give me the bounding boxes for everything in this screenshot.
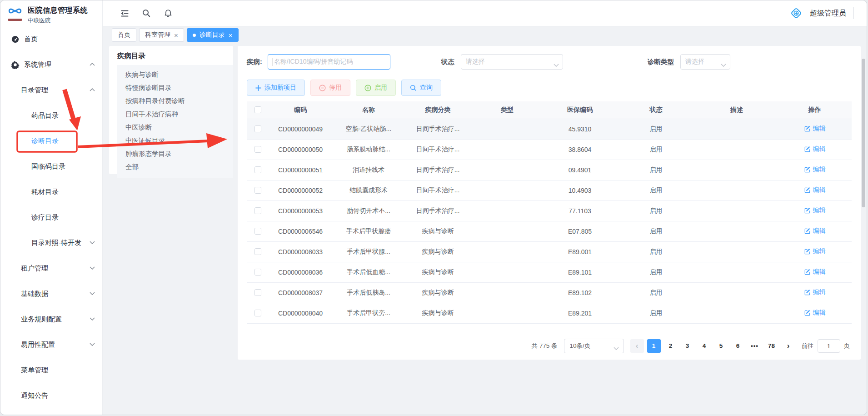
- cell-code: CD0000006546: [269, 221, 332, 241]
- sidebar-item-13[interactable]: 菜单管理: [0, 357, 102, 383]
- catalog-item-6[interactable]: 肿瘤形态学目录: [117, 147, 233, 160]
- query-button[interactable]: 查询: [401, 80, 441, 96]
- sidebar-item-9[interactable]: 租户管理: [0, 256, 102, 281]
- sidebar-item-14[interactable]: 通知公告: [0, 383, 102, 408]
- prev-page-button[interactable]: ‹: [630, 339, 644, 353]
- edit-button[interactable]: 编辑: [804, 309, 826, 317]
- catalog-item-7[interactable]: 全部: [117, 160, 233, 174]
- row-checkbox[interactable]: [254, 146, 261, 153]
- close-icon[interactable]: ×: [229, 32, 233, 39]
- catalog-item-0[interactable]: 疾病与诊断: [117, 68, 233, 81]
- catalog-item-2[interactable]: 按病种目录付费诊断: [117, 95, 233, 108]
- sidebar-item-3[interactable]: 药品目录: [0, 103, 102, 128]
- select-all-checkbox[interactable]: [254, 106, 261, 113]
- catalog-list: 疾病与诊断特慢病诊断目录按病种目录付费诊断日间手术治疗病种中医诊断中医证候目录肿…: [117, 65, 233, 178]
- row-checkbox[interactable]: [254, 125, 261, 132]
- catalog-item-1[interactable]: 特慢病诊断目录: [117, 81, 233, 95]
- edit-button[interactable]: 编辑: [804, 206, 826, 215]
- collapse-sidebar-icon[interactable]: [115, 4, 134, 22]
- add-item-button[interactable]: 添加新项目: [247, 80, 305, 96]
- row-checkbox[interactable]: [254, 248, 261, 255]
- page-button-6[interactable]: 6: [731, 339, 745, 353]
- row-checkbox[interactable]: [254, 207, 261, 214]
- cell-insurance-code: E89.101: [544, 262, 616, 282]
- vertical-scrollbar[interactable]: [862, 59, 865, 207]
- cell-description: [696, 241, 778, 262]
- page-button-5[interactable]: 5: [714, 339, 728, 353]
- edit-label: 编辑: [813, 288, 826, 296]
- row-checkbox[interactable]: [254, 310, 261, 316]
- edit-button[interactable]: 编辑: [804, 288, 826, 296]
- cell-name: 肋骨切开术不...: [332, 200, 405, 221]
- sidebar-item-1[interactable]: 系统管理: [0, 52, 102, 77]
- logo-area: 医院信息管理系统 中联医院: [0, 0, 102, 26]
- row-checkbox[interactable]: [254, 228, 261, 235]
- sidebar-item-2[interactable]: 目录管理: [0, 77, 102, 103]
- page-size-select[interactable]: 10条/页: [564, 339, 624, 353]
- bell-icon[interactable]: [159, 4, 177, 22]
- page-button-2[interactable]: 2: [664, 339, 678, 353]
- cell-category: 疾病与诊断: [405, 303, 471, 323]
- table-row-1: CD0000000050肠系膜动脉结...日间手术治疗...38.8604启用编…: [247, 139, 852, 160]
- sidebar-item-label: 目录管理: [21, 86, 48, 95]
- cell-name: 结膜囊成形术: [332, 180, 405, 200]
- edit-icon: [804, 309, 811, 316]
- tab-label: 诊断目录: [200, 31, 225, 39]
- cell-status: 启用: [616, 139, 696, 160]
- user-name[interactable]: 超级管理员: [810, 9, 846, 18]
- user-avatar-icon[interactable]: [787, 4, 805, 22]
- search-icon[interactable]: [137, 4, 155, 22]
- sidebar: 医院信息管理系统 中联医院 首页系统管理目录管理药品目录诊断目录国临码目录耗材目…: [0, 0, 103, 415]
- row-checkbox[interactable]: [254, 269, 261, 276]
- disable-button[interactable]: 停用: [310, 80, 350, 96]
- edit-button[interactable]: 编辑: [804, 247, 826, 256]
- edit-button[interactable]: 编辑: [804, 145, 826, 153]
- enable-button[interactable]: 启用: [356, 80, 396, 96]
- tab-2[interactable]: 诊断目录×: [187, 28, 239, 42]
- tab-1[interactable]: 科室管理×: [139, 28, 184, 42]
- edit-button[interactable]: 编辑: [804, 227, 826, 235]
- catalog-item-3[interactable]: 日间手术治疗病种: [117, 108, 233, 121]
- sidebar-item-12[interactable]: 易用性配置: [0, 332, 102, 357]
- catalog-item-5[interactable]: 中医证候目录: [117, 134, 233, 147]
- sidebar-item-7[interactable]: 诊疗目录: [0, 205, 102, 230]
- row-checkbox[interactable]: [254, 289, 261, 296]
- cell-code: CD0000000049: [269, 119, 332, 139]
- page-button-3[interactable]: 3: [681, 339, 694, 353]
- diagnosis-type-select[interactable]: 请选择: [680, 54, 730, 70]
- row-checkbox[interactable]: [254, 187, 261, 194]
- sidebar-item-5[interactable]: 国临码目录: [0, 154, 102, 179]
- edit-button[interactable]: 编辑: [804, 165, 826, 174]
- sidebar-item-8[interactable]: 目录对照-待开发: [0, 230, 102, 256]
- cell-insurance-code: 38.8604: [544, 139, 616, 160]
- next-page-button[interactable]: ›: [782, 339, 795, 353]
- sidebar-item-6[interactable]: 耗材目录: [0, 179, 102, 205]
- tab-0[interactable]: 首页: [112, 28, 136, 42]
- catalog-item-4[interactable]: 中医诊断: [117, 121, 233, 134]
- page-button-1[interactable]: 1: [647, 339, 661, 353]
- cell-insurance-code: 09.4901: [544, 160, 616, 180]
- disease-search-input[interactable]: 名称/ICD10编码/拼音助记码: [268, 54, 390, 70]
- sidebar-item-10[interactable]: 基础数据: [0, 281, 102, 306]
- goto-page-input[interactable]: [818, 339, 840, 353]
- edit-button[interactable]: 编辑: [804, 125, 826, 133]
- edit-button[interactable]: 编辑: [804, 186, 826, 194]
- edit-button[interactable]: 编辑: [804, 268, 826, 276]
- status-select[interactable]: 请选择: [461, 54, 563, 70]
- sidebar-item-0[interactable]: 首页: [0, 26, 102, 52]
- page-button-4[interactable]: 4: [698, 339, 711, 353]
- table-row-8: CD0000008037手术后低胰岛...疾病与诊断E89.102启用编辑: [247, 282, 852, 303]
- cell-type: [471, 282, 544, 303]
- search-small-icon: [410, 85, 417, 91]
- page-button-78[interactable]: 78: [765, 339, 778, 353]
- col-header-type: 类型: [471, 101, 544, 119]
- more-pages-icon[interactable]: •••: [748, 339, 762, 353]
- row-checkbox[interactable]: [254, 166, 261, 173]
- cell-status: 启用: [616, 119, 696, 139]
- goto-suffix: 页: [844, 342, 850, 350]
- sidebar-item-4[interactable]: 诊断目录: [0, 128, 102, 154]
- cell-name: 手术后甲状腺瘘: [332, 221, 405, 241]
- status-filter-label: 状态: [441, 58, 454, 66]
- close-icon[interactable]: ×: [174, 32, 178, 39]
- sidebar-item-11[interactable]: 业务规则配置: [0, 306, 102, 332]
